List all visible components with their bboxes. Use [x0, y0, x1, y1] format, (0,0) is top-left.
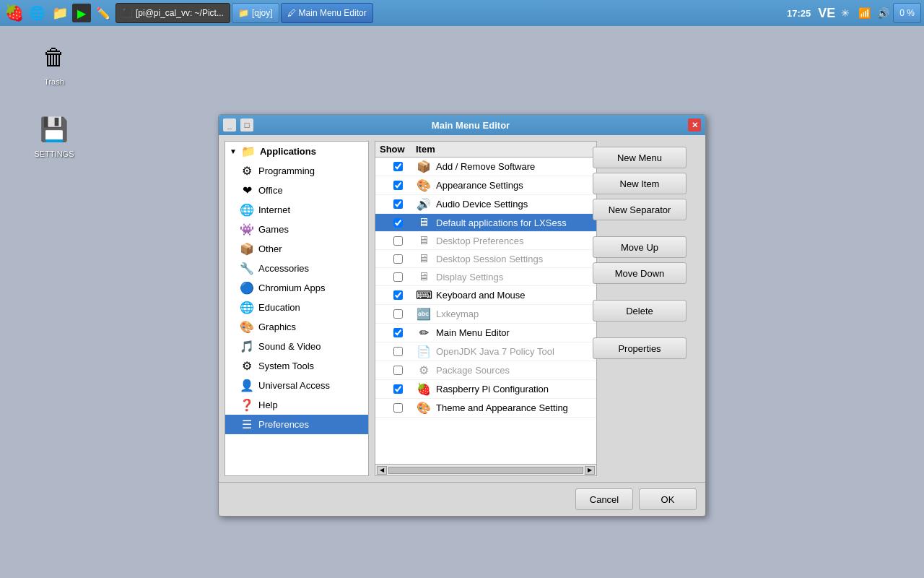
item-row-theme-appearance[interactable]: 🎨 Theme and Appearance Setting	[375, 399, 596, 418]
minimize-button[interactable]: _	[223, 118, 236, 131]
scroll-right-button[interactable]: ▶	[585, 466, 595, 475]
item-icon-openjdk: 📄	[416, 345, 432, 358]
category-icon-accessories: 🔧	[240, 262, 254, 275]
raspberry-menu-button[interactable]: 🍓	[3, 2, 25, 24]
new-separator-button[interactable]: New Separator	[593, 199, 687, 220]
category-item-chromium-apps[interactable]: 🔵Chromium Apps	[225, 278, 368, 298]
delete-button[interactable]: Delete	[593, 300, 687, 322]
category-item-education[interactable]: 🌐Education	[225, 298, 368, 317]
checkbox-input-keyboard-mouse[interactable]	[393, 290, 403, 300]
category-label-games: Games	[258, 224, 289, 235]
item-row-display[interactable]: 🖥 Display Settings	[375, 268, 596, 286]
item-checkbox-keyboard-mouse[interactable]	[380, 290, 416, 300]
checkbox-input-display[interactable]	[393, 272, 403, 282]
checkbox-input-desktop-session[interactable]	[393, 254, 403, 264]
checkbox-input-add-remove[interactable]	[393, 162, 403, 171]
trash-icon[interactable]: 🗑 Trash	[25, 40, 83, 86]
files-taskbar-button[interactable]: 📁	[49, 2, 71, 24]
item-checkbox-main-menu-editor[interactable]	[380, 328, 416, 337]
checkbox-input-raspberry-config[interactable]	[393, 384, 403, 394]
item-row-appearance[interactable]: 🎨 Appearance Settings	[375, 176, 596, 195]
item-row-main-menu-editor[interactable]: ✏ Main Menu Editor	[375, 324, 596, 342]
item-row-add-remove[interactable]: 📦 Add / Remove Software	[375, 158, 596, 176]
close-button[interactable]: ✕	[688, 118, 701, 131]
item-row-raspberry-config[interactable]: 🍓 Raspberry Pi Configuration	[375, 380, 596, 399]
checkbox-input-openjdk[interactable]	[393, 347, 403, 356]
new-menu-button[interactable]: New Menu	[593, 147, 687, 168]
item-checkbox-raspberry-config[interactable]	[380, 384, 416, 394]
item-row-keyboard-mouse[interactable]: ⌨ Keyboard and Mouse	[375, 286, 596, 305]
pencil-taskbar-button[interactable]: ✏️	[92, 2, 114, 24]
item-row-desktop-prefs[interactable]: 🖥 Desktop Preferences	[375, 232, 596, 250]
checkbox-input-default-apps[interactable]	[393, 218, 403, 228]
category-item-preferences[interactable]: ☰Preferences	[225, 415, 368, 434]
browser-taskbar-button[interactable]: 🌐	[26, 2, 48, 24]
item-row-default-apps[interactable]: 🖥 Default applications for LXSess	[375, 214, 596, 232]
editor-window-label: Main Menu Editor	[299, 8, 367, 18]
item-checkbox-default-apps[interactable]	[380, 218, 416, 228]
scroll-track[interactable]	[388, 467, 583, 474]
checkbox-input-appearance[interactable]	[393, 181, 403, 190]
qjoy-window-button[interactable]: 📁 [qjoy]	[232, 3, 279, 23]
settings-icon[interactable]: 💾 SETTINGS	[25, 112, 83, 158]
category-item-programming[interactable]: ⚙Programming	[225, 161, 368, 181]
category-item-graphics[interactable]: 🎨Graphics	[225, 317, 368, 337]
item-icon-desktop-prefs: 🖥	[416, 234, 432, 247]
editor-icon: 🖊	[287, 8, 296, 18]
item-checkbox-add-remove[interactable]	[380, 162, 416, 171]
category-item-applications[interactable]: ▼📁Applications	[225, 142, 368, 161]
item-checkbox-desktop-prefs[interactable]	[380, 236, 416, 246]
item-checkbox-appearance[interactable]	[380, 181, 416, 190]
item-label-add-remove: Add / Remove Software	[436, 161, 535, 172]
terminal-window-button[interactable]: ⬛ [pi@pi_cal_vv: ~/Pict...	[116, 3, 230, 23]
item-row-audio[interactable]: 🔊 Audio Device Settings	[375, 195, 596, 214]
item-icon-display: 🖥	[416, 270, 432, 283]
checkbox-input-theme-appearance[interactable]	[393, 403, 403, 413]
move-up-button[interactable]: Move Up	[593, 236, 687, 258]
item-checkbox-lxkeymap[interactable]	[380, 309, 416, 319]
item-label-desktop-session: Desktop Session Settings	[436, 254, 543, 264]
item-checkbox-theme-appearance[interactable]	[380, 403, 416, 413]
clock: 17:25	[781, 8, 816, 19]
item-checkbox-desktop-session[interactable]	[380, 254, 416, 264]
category-item-other[interactable]: 📦Other	[225, 239, 368, 259]
trash-image: 🗑	[37, 40, 71, 74]
item-row-desktop-session[interactable]: 🖥 Desktop Session Settings	[375, 250, 596, 268]
properties-button[interactable]: Properties	[593, 337, 687, 359]
dialog-title: Main Menu Editor	[258, 120, 684, 131]
new-item-button[interactable]: New Item	[593, 173, 687, 194]
category-item-games[interactable]: 👾Games	[225, 220, 368, 239]
horizontal-scrollbar[interactable]: ◀ ▶	[375, 464, 596, 475]
item-checkbox-openjdk[interactable]	[380, 347, 416, 356]
category-item-accessories[interactable]: 🔧Accessories	[225, 259, 368, 278]
category-icon-graphics: 🎨	[240, 320, 254, 334]
item-icon-package-sources: ⚙	[416, 363, 432, 377]
checkbox-input-audio[interactable]	[393, 199, 403, 209]
category-item-internet[interactable]: 🌐Internet	[225, 200, 368, 220]
item-checkbox-package-sources[interactable]	[380, 366, 416, 375]
checkbox-input-lxkeymap[interactable]	[393, 309, 403, 319]
move-down-button[interactable]: Move Down	[593, 262, 687, 284]
category-label-programming: Programming	[258, 165, 315, 176]
category-item-universal-access[interactable]: 👤Universal Access	[225, 376, 368, 395]
category-item-office[interactable]: ❤Office	[225, 181, 368, 200]
maximize-button[interactable]: □	[240, 118, 253, 131]
cancel-button[interactable]: Cancel	[575, 488, 633, 510]
terminal-taskbar-button[interactable]: ▶	[72, 4, 91, 22]
checkbox-input-main-menu-editor[interactable]	[393, 328, 403, 337]
category-item-system-tools[interactable]: ⚙System Tools	[225, 356, 368, 376]
item-checkbox-display[interactable]	[380, 272, 416, 282]
checkbox-input-desktop-prefs[interactable]	[393, 236, 403, 246]
item-row-package-sources[interactable]: ⚙ Package Sources	[375, 361, 596, 380]
editor-window-button[interactable]: 🖊 Main Menu Editor	[281, 3, 373, 23]
item-content-theme-appearance: 🎨 Theme and Appearance Setting	[416, 401, 592, 415]
category-item-sound-video[interactable]: 🎵Sound & Video	[225, 337, 368, 356]
battery-indicator: 0 %	[893, 3, 921, 23]
item-row-lxkeymap[interactable]: 🔤 Lxkeymap	[375, 305, 596, 324]
item-row-openjdk[interactable]: 📄 OpenJDK Java 7 Policy Tool	[375, 342, 596, 361]
checkbox-input-package-sources[interactable]	[393, 366, 403, 375]
category-item-help[interactable]: ❓Help	[225, 395, 368, 415]
scroll-left-button[interactable]: ◀	[377, 466, 387, 475]
ok-button[interactable]: OK	[639, 488, 697, 510]
item-checkbox-audio[interactable]	[380, 199, 416, 209]
